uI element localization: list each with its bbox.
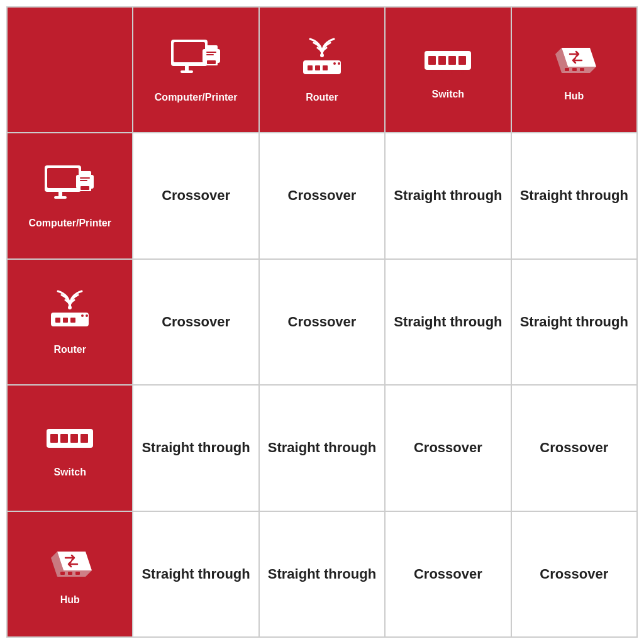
svg-rect-30 bbox=[572, 68, 577, 71]
svg-rect-51 bbox=[60, 434, 68, 443]
svg-rect-45 bbox=[63, 318, 68, 323]
svg-rect-53 bbox=[80, 434, 88, 443]
svg-rect-50 bbox=[50, 434, 58, 443]
svg-point-10 bbox=[320, 53, 324, 57]
cell-router-switch: Straight through bbox=[385, 259, 511, 386]
svg-point-15 bbox=[333, 62, 336, 65]
col-header-hub: Hub bbox=[511, 7, 637, 133]
col-header-computer: Computer/Printer bbox=[133, 7, 258, 133]
cell-computer-switch: Straight through bbox=[385, 133, 511, 259]
svg-point-24 bbox=[451, 71, 453, 74]
svg-point-16 bbox=[338, 62, 340, 65]
row-label-router: Router bbox=[11, 344, 129, 355]
row-label-hub: Hub bbox=[11, 594, 129, 606]
cell-computer-hub: Straight through bbox=[511, 133, 637, 259]
svg-rect-5 bbox=[205, 45, 218, 50]
svg-rect-33 bbox=[47, 168, 79, 188]
svg-rect-29 bbox=[565, 68, 569, 71]
svg-rect-35 bbox=[54, 196, 67, 199]
svg-rect-31 bbox=[580, 68, 584, 71]
col-header-router-label: Router bbox=[263, 92, 381, 103]
cell-hub-router: Straight through bbox=[259, 511, 385, 638]
cell-switch-switch: Crossover bbox=[385, 385, 511, 511]
row-header-switch: Switch bbox=[7, 385, 133, 511]
cell-hub-hub: Crossover bbox=[511, 511, 637, 638]
cell-router-hub: Straight through bbox=[511, 259, 637, 386]
svg-rect-63 bbox=[75, 572, 80, 575]
svg-point-56 bbox=[73, 449, 75, 452]
row-header-computer: Computer/Printer bbox=[7, 133, 133, 259]
svg-rect-62 bbox=[68, 572, 72, 575]
col-header-computer-label: Computer/Printer bbox=[136, 92, 255, 103]
svg-point-47 bbox=[81, 314, 84, 317]
cell-switch-router: Straight through bbox=[259, 385, 385, 511]
svg-rect-61 bbox=[60, 572, 65, 575]
svg-rect-9 bbox=[206, 54, 214, 55]
cell-computer-router: Crossover bbox=[259, 133, 385, 259]
svg-point-55 bbox=[63, 449, 65, 452]
row-header-hub: Hub bbox=[7, 511, 133, 638]
cell-hub-switch: Crossover bbox=[385, 511, 511, 638]
svg-point-25 bbox=[461, 71, 464, 74]
row-header-router: Router bbox=[7, 259, 133, 386]
svg-rect-34 bbox=[58, 192, 62, 197]
svg-rect-13 bbox=[315, 65, 320, 70]
col-header-switch-label: Switch bbox=[389, 89, 507, 100]
svg-rect-39 bbox=[80, 186, 89, 190]
row-label-switch: Switch bbox=[11, 467, 129, 478]
svg-rect-44 bbox=[55, 318, 60, 323]
svg-rect-37 bbox=[79, 171, 91, 176]
col-header-router: Router bbox=[259, 7, 385, 133]
corner-cell bbox=[7, 7, 133, 133]
svg-rect-19 bbox=[438, 56, 446, 65]
svg-point-23 bbox=[441, 71, 443, 74]
row-label-computer: Computer/Printer bbox=[11, 218, 129, 229]
col-header-hub-label: Hub bbox=[515, 91, 633, 102]
svg-rect-1 bbox=[174, 42, 205, 62]
col-header-switch: Switch bbox=[385, 7, 511, 133]
svg-point-54 bbox=[53, 449, 55, 452]
svg-rect-14 bbox=[323, 65, 328, 70]
cell-switch-computer: Straight through bbox=[133, 385, 258, 511]
svg-rect-40 bbox=[80, 177, 90, 179]
svg-point-22 bbox=[431, 71, 433, 74]
svg-rect-46 bbox=[70, 318, 75, 323]
svg-rect-52 bbox=[70, 434, 78, 443]
svg-rect-12 bbox=[308, 65, 313, 70]
cell-router-computer: Crossover bbox=[133, 259, 258, 386]
svg-rect-2 bbox=[185, 66, 189, 71]
svg-rect-8 bbox=[206, 52, 216, 53]
cell-hub-computer: Straight through bbox=[133, 511, 258, 638]
svg-rect-21 bbox=[458, 56, 466, 65]
cable-type-table: Computer/Printer bbox=[6, 6, 638, 638]
svg-rect-3 bbox=[180, 70, 193, 73]
svg-rect-41 bbox=[80, 180, 87, 181]
svg-rect-18 bbox=[428, 56, 436, 65]
cell-computer-computer: Crossover bbox=[133, 133, 258, 259]
svg-point-57 bbox=[83, 449, 86, 452]
svg-rect-20 bbox=[448, 56, 456, 65]
svg-point-42 bbox=[68, 306, 72, 309]
svg-rect-7 bbox=[207, 60, 216, 64]
cell-switch-hub: Crossover bbox=[511, 385, 637, 511]
cell-router-router: Crossover bbox=[259, 259, 385, 386]
svg-point-48 bbox=[86, 314, 88, 317]
